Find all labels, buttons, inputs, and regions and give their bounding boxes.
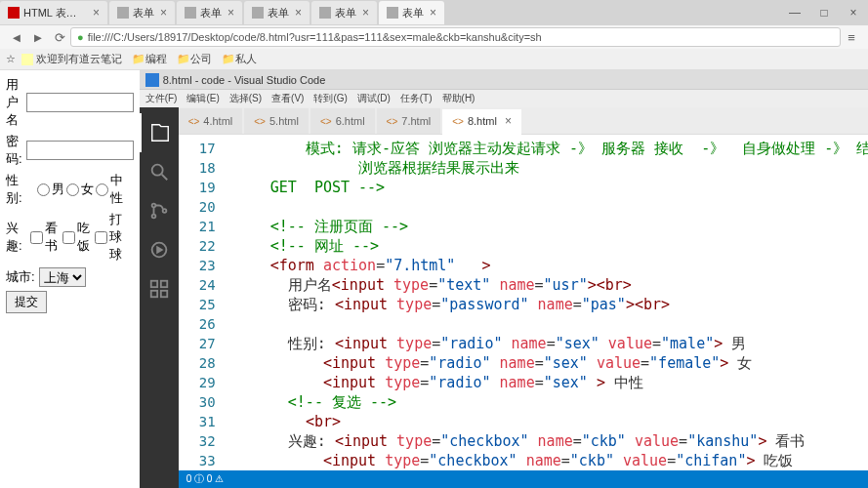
- bookmark-folder[interactable]: 📁 编程: [132, 52, 167, 66]
- url-input[interactable]: ●file:///C:/Users/18917/Desktop/code/8.h…: [70, 27, 841, 47]
- line-numbers: 17 18 19 20 21 22 23 24 25 26 27 28 29 3…: [179, 135, 226, 470]
- back-button[interactable]: ◄: [6, 27, 27, 47]
- interest-ball-checkbox[interactable]: [95, 231, 107, 244]
- svg-point-4: [162, 209, 166, 213]
- lock-icon: ●: [77, 31, 84, 43]
- debug-icon[interactable]: [140, 230, 179, 269]
- tab-close-icon[interactable]: ×: [160, 6, 167, 20]
- browser-tab-5[interactable]: 表单×: [379, 1, 444, 24]
- extensions-icon[interactable]: [140, 269, 179, 308]
- menu-select[interactable]: 选择(S): [229, 92, 262, 105]
- tab-close-icon[interactable]: ×: [93, 6, 100, 20]
- interest-read-checkbox[interactable]: [30, 231, 43, 244]
- tab-close-icon[interactable]: ×: [227, 6, 234, 20]
- username-label: 用户名: [6, 76, 22, 129]
- window-maximize-icon[interactable]: □: [809, 1, 839, 24]
- browser-tab-4[interactable]: 表单×: [311, 1, 377, 24]
- window-minimize-icon[interactable]: —: [780, 1, 809, 24]
- bookmark-item[interactable]: 欢迎到有道云笔记: [21, 52, 122, 66]
- tab-close-icon[interactable]: ×: [295, 6, 302, 20]
- editor-tab-5html[interactable]: <>5.html: [244, 108, 309, 134]
- password-input[interactable]: [26, 141, 134, 160]
- tab-close-icon[interactable]: ×: [362, 6, 369, 20]
- editor-tab-6html[interactable]: <>6.html: [310, 108, 375, 134]
- svg-rect-7: [150, 291, 156, 297]
- interest-eat-checkbox[interactable]: [62, 231, 75, 244]
- menu-view[interactable]: 查看(V): [271, 92, 304, 105]
- username-input[interactable]: [26, 93, 134, 112]
- vscode-menubar: 文件(F) 编辑(E) 选择(S) 查看(V) 转到(G) 调试(D) 任务(T…: [140, 90, 868, 107]
- code-editor[interactable]: 17 18 19 20 21 22 23 24 25 26 27 28 29 3…: [179, 135, 868, 470]
- bookmark-star-icon[interactable]: ☆: [6, 53, 16, 65]
- svg-rect-6: [150, 281, 156, 287]
- editor-tab-4html[interactable]: <>4.html: [179, 108, 243, 134]
- vscode-status-bar: 0 ⓘ 0 ⚠: [179, 470, 868, 488]
- menu-edit[interactable]: 编辑(E): [186, 92, 219, 105]
- menu-task[interactable]: 任务(T): [400, 92, 433, 105]
- browser-tabs-bar: HTML 表单_w3cschool× 表单× 表单× 表单× 表单× 表单× —…: [0, 0, 868, 25]
- browser-tab-2[interactable]: 表单×: [177, 1, 242, 24]
- menu-help[interactable]: 帮助(H): [442, 92, 475, 105]
- tab-close-icon[interactable]: ×: [430, 6, 436, 20]
- editor-tab-7html[interactable]: <>7.html: [377, 108, 441, 134]
- submit-button[interactable]: 提交: [6, 291, 47, 313]
- svg-point-2: [151, 204, 155, 208]
- browser-tab-0[interactable]: HTML 表单_w3cschool×: [0, 1, 107, 24]
- city-select[interactable]: 上海: [39, 267, 86, 287]
- editor-tabs: <>4.html <>5.html <>6.html <>7.html <>8.…: [179, 107, 868, 135]
- sex-male-radio[interactable]: [37, 183, 50, 196]
- interest-label: 兴趣:: [6, 220, 24, 255]
- browser-tab-3[interactable]: 表单×: [244, 1, 310, 24]
- sex-female-radio[interactable]: [66, 183, 79, 196]
- menu-debug[interactable]: 调试(D): [357, 92, 391, 105]
- browser-tab-1[interactable]: 表单×: [109, 1, 175, 24]
- source-control-icon[interactable]: [140, 191, 179, 230]
- menu-icon[interactable]: ≡: [841, 27, 862, 47]
- svg-rect-8: [160, 291, 166, 297]
- svg-point-0: [151, 165, 162, 176]
- password-label: 密码:: [6, 133, 22, 168]
- sex-label: 性别:: [6, 172, 31, 207]
- forward-button[interactable]: ►: [27, 27, 49, 47]
- menu-goto[interactable]: 转到(G): [313, 92, 347, 105]
- svg-line-1: [161, 175, 167, 181]
- svg-point-3: [151, 215, 155, 219]
- editor-tab-8html[interactable]: <>8.html×: [442, 109, 521, 135]
- code-content[interactable]: 模式: 请求-应答 浏览器主动发起请求 -》 服务器 接收 -》 自身做处理 -…: [226, 135, 868, 470]
- window-close-icon[interactable]: ×: [839, 1, 868, 24]
- svg-rect-9: [160, 281, 166, 287]
- menu-file[interactable]: 文件(F): [145, 92, 178, 105]
- bookmark-folder[interactable]: 📁 公司: [177, 52, 212, 66]
- sex-neutral-radio[interactable]: [96, 183, 108, 196]
- vscode-titlebar: 8.html - code - Visual Studio Code: [140, 70, 868, 90]
- reload-button[interactable]: ⟳: [49, 27, 70, 47]
- explorer-icon[interactable]: [140, 113, 179, 152]
- tab-close-icon[interactable]: ×: [505, 114, 512, 128]
- search-icon[interactable]: [140, 152, 179, 191]
- bookmark-folder[interactable]: 📁 私人: [222, 52, 257, 66]
- rendered-form: 用户名 密码: 性别: 男 女 中性 兴趣: 看书 吃饭 打球球 城市: 上海 …: [0, 70, 140, 488]
- vscode-icon: [145, 73, 159, 87]
- city-label: 城市:: [6, 268, 35, 286]
